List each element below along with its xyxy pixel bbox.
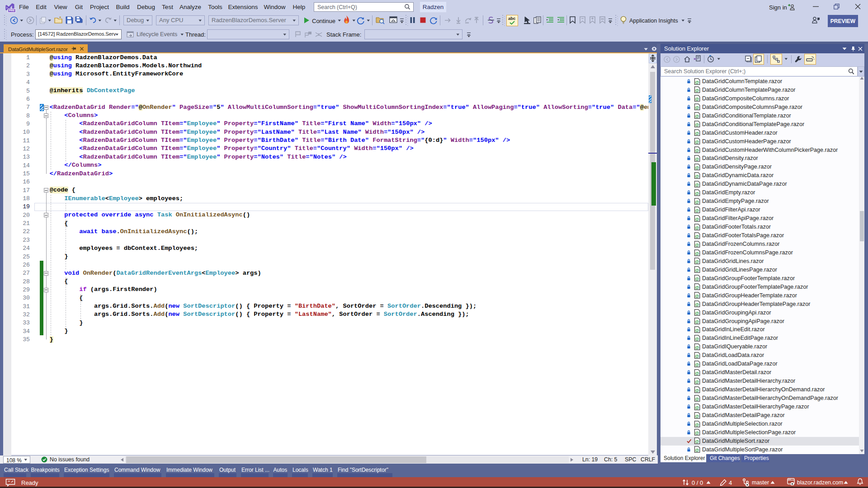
svg-text:@: @ — [695, 88, 699, 93]
svg-text:@: @ — [695, 233, 699, 238]
svg-text:@: @ — [695, 439, 699, 444]
svg-text:@: @ — [695, 165, 699, 170]
svg-text:@: @ — [695, 259, 699, 264]
svg-text:@: @ — [695, 310, 699, 315]
svg-text:@: @ — [695, 361, 699, 366]
svg-text:@: @ — [695, 267, 699, 272]
svg-text:@: @ — [695, 430, 699, 435]
svg-text:@: @ — [695, 336, 699, 341]
svg-text:@: @ — [695, 293, 699, 298]
svg-text:@: @ — [695, 379, 699, 384]
svg-text:@: @ — [695, 148, 699, 153]
svg-text:@: @ — [695, 105, 699, 110]
svg-text:@: @ — [695, 387, 699, 392]
svg-text:@: @ — [695, 242, 699, 247]
svg-text:@: @ — [695, 250, 699, 255]
svg-text:@: @ — [695, 328, 699, 333]
svg-text:@: @ — [695, 413, 699, 418]
svg-text:@: @ — [695, 173, 699, 178]
svg-text:@: @ — [695, 190, 699, 195]
svg-text:@: @ — [695, 225, 699, 230]
svg-text:@: @ — [695, 302, 699, 307]
svg-text:@: @ — [695, 79, 699, 84]
svg-text:@: @ — [695, 207, 699, 212]
svg-text:@: @ — [695, 216, 699, 221]
svg-text:@: @ — [695, 139, 699, 144]
svg-text:@: @ — [695, 131, 699, 136]
svg-text:@: @ — [695, 404, 699, 409]
svg-text:@: @ — [695, 353, 699, 358]
svg-text:@: @ — [695, 285, 699, 290]
svg-text:@: @ — [695, 199, 699, 204]
svg-text:@: @ — [695, 182, 699, 187]
svg-text:@: @ — [695, 422, 699, 427]
svg-text:@: @ — [695, 122, 699, 127]
svg-text:@: @ — [695, 344, 699, 349]
svg-text:@: @ — [695, 113, 699, 118]
svg-text:@: @ — [695, 319, 699, 324]
svg-text:@: @ — [695, 276, 699, 281]
svg-text:@: @ — [695, 156, 699, 161]
svg-text:@: @ — [695, 96, 699, 101]
svg-text:@: @ — [695, 396, 699, 401]
svg-text:@: @ — [695, 370, 699, 375]
svg-text:@: @ — [695, 447, 699, 452]
